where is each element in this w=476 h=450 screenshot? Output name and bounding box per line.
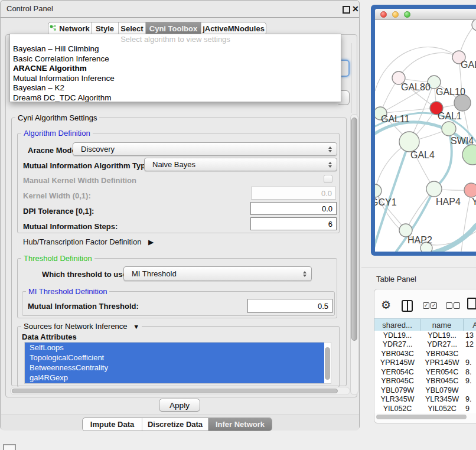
columns-icon[interactable] <box>402 300 413 312</box>
table-cell: 9. <box>464 358 476 368</box>
table-row[interactable]: YDL19...YDL19...13 <box>374 331 476 340</box>
algorithm-option[interactable]: Mutual Information Inference <box>10 74 341 84</box>
algorithm-dropdown[interactable]: Select algorithm to view settings Bayesi… <box>9 34 341 102</box>
column-header[interactable]: name <box>420 319 464 331</box>
tab-select[interactable]: Select <box>118 22 145 35</box>
table-row[interactable]: YIL052CYIL052C9 <box>374 404 476 413</box>
apply-button[interactable]: Apply <box>159 399 200 412</box>
sources-toggle[interactable]: Sources for Network Inference ▼ <box>21 322 142 331</box>
network-node[interactable] <box>454 94 471 111</box>
manual-kernel-checkbox[interactable] <box>324 175 332 183</box>
table-row[interactable]: YBR043CYBR043C <box>374 349 476 358</box>
aracne-mode-label: Aracne Mode: <box>28 146 79 155</box>
expand-right-icon[interactable]: ▶ <box>148 238 154 246</box>
checked-checkbox-icon[interactable]: ✓ <box>423 302 429 309</box>
table-cell: 9. <box>464 395 476 405</box>
network-node[interactable] <box>464 183 476 197</box>
attribute-option[interactable]: BetweennessCentrality <box>25 363 324 373</box>
tab-discretize-data[interactable]: Discretize Data <box>142 418 208 431</box>
data-attributes-list[interactable]: SelfLoopsTopologicalCoefficientBetweenne… <box>24 342 331 384</box>
algorithm-option[interactable]: Bayesian – Hill Climbing <box>10 44 341 54</box>
network-node-label: GAL1 <box>438 111 462 121</box>
column-header[interactable]: shared... <box>374 319 420 331</box>
algorithm-option[interactable]: Dream8 DC_TDC Algorithm <box>10 93 341 103</box>
table-cell: YER054C <box>374 367 420 377</box>
zoom-traffic-light-icon[interactable] <box>404 11 410 18</box>
table-row[interactable]: YLR345WYLR345W9. <box>374 395 476 405</box>
attribute-option[interactable]: SelfLoops <box>25 343 324 353</box>
hub-definition-toggle[interactable]: Hub/Transcription Factor Definition ▶ <box>23 237 154 246</box>
table-cell: YBR043C <box>420 349 464 358</box>
table-row[interactable]: YBR045CYBR045C9. <box>374 377 476 386</box>
application-window: Control Panel ✕ Network Style Select Cyn… <box>0 0 476 450</box>
network-graph[interactable]: GALGAL80GAL10GAL1GAL11SWI4GAL4GCY1HAP4YH… <box>375 20 476 252</box>
mi-steps-field[interactable]: 6 <box>250 217 337 230</box>
algorithm-option[interactable]: Basic Correlation Inference <box>10 54 341 64</box>
close-icon[interactable]: ✕ <box>352 1 359 17</box>
settings-horizontal-scrollbar[interactable] <box>10 387 350 395</box>
network-node-label: GAL11 <box>381 114 410 124</box>
network-canvas[interactable]: GALGAL80GAL10GAL1GAL11SWI4GAL4GCY1HAP4YH… <box>375 20 476 252</box>
table-row[interactable]: YDR27...YDR27...12 <box>374 340 476 350</box>
hub-definition-label: Hub/Transcription Factor Definition <box>23 237 141 246</box>
collapse-down-icon[interactable]: ▼ <box>133 323 139 330</box>
dpi-tolerance-field[interactable]: 0.0 <box>250 202 337 215</box>
float-panel-icon[interactable] <box>343 6 350 14</box>
tab-infer-network[interactable]: Infer Network <box>208 418 272 431</box>
network-view-inner: GALGAL80GAL10GAL1GAL11SWI4GAL4GCY1HAP4YH… <box>375 9 476 252</box>
tab-network[interactable]: Network <box>48 22 91 35</box>
mi-threshold-field[interactable]: 0.5 <box>247 299 332 313</box>
mi-algorithm-type-combo[interactable]: Naive Bayes <box>144 158 337 171</box>
network-tab-icon <box>50 24 57 34</box>
column-header[interactable]: A <box>464 319 476 331</box>
combo-arrows-icon <box>303 271 307 277</box>
table-cell: YDL19... <box>420 331 464 340</box>
panel-title: Control Panel <box>6 1 53 17</box>
list-scrollbar[interactable] <box>325 347 330 380</box>
table-row[interactable]: YPR145WYPR145W9. <box>374 358 476 368</box>
table-horizontal-scrollbar[interactable] <box>376 414 475 420</box>
close-traffic-light-icon[interactable] <box>380 11 387 18</box>
scrollbar-thumb[interactable] <box>351 118 357 341</box>
network-node[interactable] <box>399 132 419 152</box>
combo-arrows-icon <box>328 146 332 152</box>
gear-icon[interactable]: ⚙ <box>381 298 391 312</box>
tab-style[interactable]: Style <box>91 22 118 35</box>
mi-steps-value: 6 <box>328 220 332 229</box>
which-threshold-combo[interactable]: MI Threshold <box>123 266 312 281</box>
tab-jactivemnodules[interactable]: jActiveMNodules <box>201 22 266 35</box>
aracne-mode-combo[interactable]: Discovery <box>73 142 337 156</box>
network-node[interactable] <box>472 20 476 31</box>
which-threshold-label: Which threshold to use: <box>42 270 129 279</box>
checked-checkbox-icon[interactable]: ✓ <box>431 302 437 309</box>
table-row[interactable]: YBL079WYBL079W <box>374 386 476 395</box>
table-cell: YER054C <box>420 367 464 377</box>
algorithm-option[interactable]: ARACNE Algorithm <box>10 64 341 74</box>
attribute-option[interactable]: gal4RGexp <box>25 373 324 383</box>
table-cell: YLR345W <box>374 395 420 405</box>
unchecked-checkbox-icon[interactable] <box>454 302 460 309</box>
tab-cyni-toolbox[interactable]: Cyni Toolbox <box>145 22 201 35</box>
network-node[interactable] <box>426 181 442 197</box>
table-row[interactable]: YER054CYER054C8. <box>374 367 476 377</box>
manual-kernel-label: Manual Kernel Width Definition <box>23 176 136 185</box>
group-title: Cyni Algorithm Settings <box>15 113 99 122</box>
tab-impute-data[interactable]: Impute Data <box>83 418 142 431</box>
network-edge <box>399 53 459 78</box>
scrollbar-thumb[interactable] <box>12 389 338 393</box>
table-cell: YDL19... <box>374 331 420 340</box>
network-node[interactable] <box>442 122 456 136</box>
network-node[interactable] <box>375 184 382 197</box>
attribute-option[interactable]: TopologicalCoefficient <box>25 353 324 363</box>
document-icon[interactable] <box>467 298 476 309</box>
combo-arrows-icon <box>328 162 332 168</box>
settings-vertical-scrollbar[interactable] <box>350 114 358 395</box>
unchecked-checkbox-icon[interactable] <box>446 302 452 309</box>
scrollbar-thumb[interactable] <box>376 415 467 419</box>
algorithm-option[interactable]: Bayesian – K2 <box>10 83 341 93</box>
floating-panel-icon[interactable] <box>3 444 16 450</box>
network-node[interactable] <box>462 145 476 165</box>
minimize-traffic-light-icon[interactable] <box>392 11 399 18</box>
kernel-width-label: Kernel Width (0,1): <box>23 191 91 200</box>
mi-type-value: Naive Bayes <box>152 160 195 169</box>
